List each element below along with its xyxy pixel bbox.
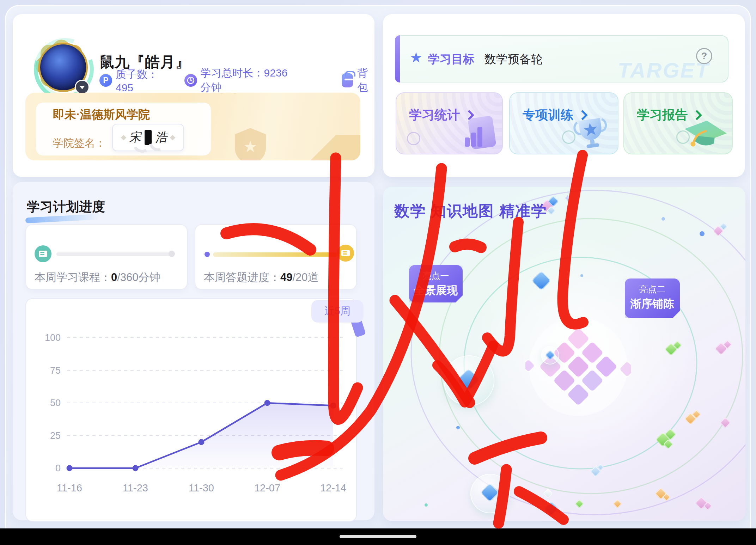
proton-icon: P xyxy=(99,74,112,87)
svg-text:0: 0 xyxy=(55,463,61,473)
svg-text:12-14: 12-14 xyxy=(320,482,346,494)
highlight-badge-1: 亮点一全景展现 xyxy=(409,265,463,302)
study-goal-box: ★ 学习目标 数学预备轮 TARGET ? xyxy=(395,35,728,82)
special-training-button[interactable]: 专项训练 xyxy=(509,92,618,154)
svg-text:11-16: 11-16 xyxy=(57,482,82,494)
knowledge-map-card[interactable]: 数学 知识地图 精准学 ✦ 亮点一全景展现 亮点二渐序铺陈 xyxy=(383,187,745,521)
bubble-cube-graphic xyxy=(444,355,494,406)
course-progress-icon xyxy=(35,245,51,262)
target-watermark: TARGET xyxy=(618,58,709,82)
trophy-icon xyxy=(571,114,614,154)
plan-section-title: 学习计划进度 xyxy=(27,198,105,216)
cube-cluster xyxy=(721,417,743,438)
range-selector[interactable]: 近5周 xyxy=(311,300,364,323)
goal-label: 学习目标 xyxy=(428,51,475,67)
star-icon: ★ xyxy=(410,49,422,66)
quiz-progress-text: 本周答题进度：49/20道 xyxy=(204,270,319,285)
quiz-progress-track xyxy=(213,252,337,257)
sparkle-icon: ✦ xyxy=(563,192,572,204)
avatar-expand-chevron-icon[interactable] xyxy=(75,80,90,94)
backpack-icon xyxy=(342,73,353,87)
cube-cluster xyxy=(614,498,635,520)
cube-cluster xyxy=(592,465,613,486)
banner-fold-decoration xyxy=(293,135,360,160)
help-icon[interactable]: ? xyxy=(696,48,712,64)
study-report-label: 学习报告 xyxy=(637,106,688,124)
trophy-emblem-icon: ★ xyxy=(229,127,272,160)
bar-chart-icon xyxy=(452,111,494,150)
cube-cluster xyxy=(544,488,566,509)
signature-box[interactable]: 宋 浩 xyxy=(112,124,184,151)
crystal-cube-graphic xyxy=(525,314,631,420)
weekly-quiz-card: 本周答题进度：49/20道 xyxy=(195,224,357,290)
avatar[interactable] xyxy=(32,36,91,95)
plan-progress-card: 学习计划进度 本周学习课程：0/360分钟 本周答题进度：49/20道 近5周 xyxy=(13,182,374,520)
home-indicator-bar xyxy=(0,528,756,545)
svg-text:11-23: 11-23 xyxy=(123,482,148,494)
academy-banner: ” ★ 即未·温德斯风学院 学院签名： 宋 浩 xyxy=(25,93,360,160)
graduation-cap-icon xyxy=(680,116,730,154)
clock-icon xyxy=(184,74,197,87)
cube-cluster xyxy=(714,223,736,245)
course-progress-text: 本周学习课程：0/360分钟 xyxy=(35,270,160,285)
quiz-progress-start-dot xyxy=(205,252,210,257)
map-title: 数学 知识地图 精准学 xyxy=(394,201,547,221)
progress-chart-card: 近5周 025507510011-1611-2311-3012-0712-14 xyxy=(25,298,357,522)
dot-decoration xyxy=(700,231,705,236)
svg-text:25: 25 xyxy=(50,430,61,441)
svg-text:50: 50 xyxy=(50,398,61,408)
svg-text:75: 75 xyxy=(50,365,61,376)
progress-line-chart: 025507510011-1611-2311-3012-0712-14 xyxy=(26,299,355,520)
cube-cluster xyxy=(666,342,688,363)
highlight-badge-2: 亮点二渐序铺陈 xyxy=(625,278,680,318)
svg-text:★: ★ xyxy=(243,138,257,155)
profile-card: 鼠九『皓月』 P 质子数：495 学习总时长：9236分钟 背包 ” ★ 即未·… xyxy=(13,14,374,177)
profile-stats-row: P 质子数：495 学习总时长：9236分钟 背包 xyxy=(99,73,374,88)
dot-decoration xyxy=(580,274,583,277)
goal-value: 数学预备轮 xyxy=(484,51,543,67)
dot-decoration xyxy=(662,217,665,221)
signature-label: 学院签名： xyxy=(53,136,106,151)
goal-card: ★ 学习目标 数学预备轮 TARGET ? 学习统计 专项训练 xyxy=(383,14,745,177)
ring-decoration xyxy=(407,132,420,145)
signature-handwriting: 浩 xyxy=(155,129,167,146)
cube-cluster xyxy=(697,496,718,517)
cube-cluster xyxy=(658,430,679,451)
study-stats-button[interactable]: 学习统计 xyxy=(396,92,503,154)
academy-panel: 即未·温德斯风学院 学院签名： 宋 浩 xyxy=(36,103,211,155)
bubble-cube-graphic xyxy=(541,346,559,365)
total-study-time: 学习总时长：9236分钟 xyxy=(201,66,289,95)
dashboard: 鼠九『皓月』 P 质子数：495 学习总时长：9236分钟 背包 ” ★ 即未·… xyxy=(0,0,756,545)
diamond-icon xyxy=(121,135,127,140)
quiz-progress-icon xyxy=(337,245,354,262)
proton-count: 质子数：495 xyxy=(116,67,165,94)
signature-handwriting: 宋 xyxy=(129,129,141,146)
course-progress-track xyxy=(56,252,173,256)
backpack-link[interactable]: 背包 xyxy=(357,66,374,95)
svg-text:100: 100 xyxy=(45,332,61,343)
svg-text:11-30: 11-30 xyxy=(189,482,214,494)
academy-name: 即未·温德斯风学院 xyxy=(53,107,150,123)
cube-cluster xyxy=(686,411,707,432)
special-training-label: 专项训练 xyxy=(523,106,573,124)
course-progress-end-dot xyxy=(169,251,175,257)
diamond-icon xyxy=(170,135,176,140)
cube-cluster xyxy=(657,486,678,508)
dot-decoration xyxy=(456,426,460,429)
svg-text:12-07: 12-07 xyxy=(254,482,280,494)
bubble-cube-graphic xyxy=(470,474,510,513)
study-report-button[interactable]: 学习报告 xyxy=(623,92,733,154)
dot-decoration xyxy=(425,503,428,507)
cube-cluster xyxy=(717,341,738,362)
home-indicator-pill[interactable] xyxy=(340,535,416,538)
weekly-course-card: 本周学习课程：0/360分钟 xyxy=(25,224,188,290)
cube-cluster xyxy=(576,498,597,520)
